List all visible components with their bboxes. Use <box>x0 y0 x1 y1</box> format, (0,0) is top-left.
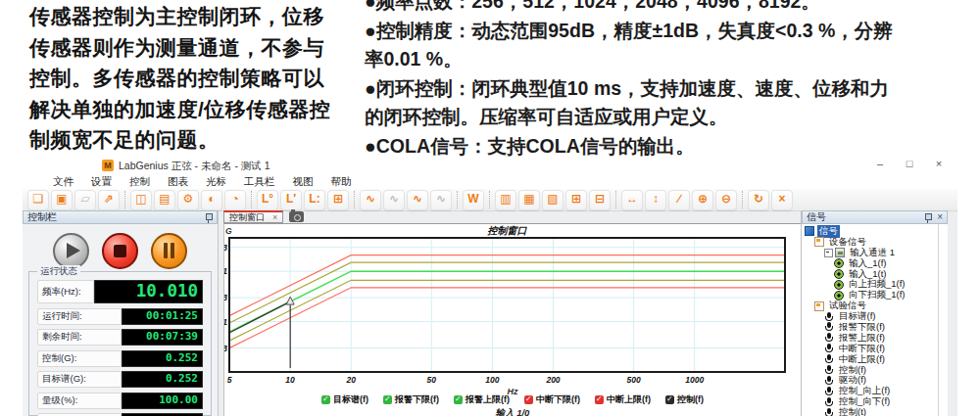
legend-item[interactable]: 报警上限(f) <box>454 393 510 406</box>
restore-button[interactable]: □ <box>903 158 916 169</box>
open-icon[interactable]: ▱ <box>74 190 96 210</box>
export-icon[interactable]: ⇗ <box>98 190 120 210</box>
play-button[interactable] <box>53 233 89 269</box>
schedule-clock-icon[interactable]: ◔ <box>224 190 246 210</box>
level-prime-icon[interactable]: L′ <box>280 190 302 210</box>
legend-checkbox[interactable] <box>321 395 330 404</box>
legend-checkbox[interactable] <box>524 395 533 404</box>
mic-icon <box>824 322 834 332</box>
legend-item[interactable]: 报警下限(f) <box>383 393 439 406</box>
pin-icon[interactable] <box>204 212 213 223</box>
doc-paragraph: 传感器控制为主控制闭环，位移 传感器则作为测量通道，不参与 控制。多传感器的控制… <box>29 1 361 156</box>
legend-item[interactable]: 中断上限(f) <box>595 393 651 406</box>
status-label: 剩余时间: <box>37 329 122 346</box>
toolbar-separator <box>124 191 125 208</box>
legend-checkbox[interactable] <box>454 395 463 404</box>
mic-icon <box>824 354 834 364</box>
zoom-out-icon[interactable]: ⊖ <box>715 190 737 210</box>
level-colon-icon[interactable]: L: <box>304 190 325 210</box>
menu-item[interactable]: 帮助 <box>322 175 361 189</box>
minimize-button[interactable]: – <box>873 158 887 169</box>
svg-text:500: 500 <box>627 375 641 385</box>
menu-item[interactable]: 设置 <box>82 175 121 189</box>
close-button[interactable]: × <box>932 158 946 169</box>
app-logo-icon: M <box>102 160 114 171</box>
zoom-in-icon[interactable]: ⊕ <box>692 190 713 210</box>
svg-text:50: 50 <box>427 375 437 385</box>
status-row: 目标谱(G):0.252 <box>37 371 203 388</box>
menu-item[interactable]: 光标 <box>197 175 235 189</box>
status-row: 量级(%):100.00 <box>37 393 203 409</box>
menu-item[interactable]: 视图 <box>284 175 322 189</box>
legend-label: 中断上限(f) <box>607 393 651 406</box>
input-icon <box>834 280 844 290</box>
legend-checkbox[interactable] <box>665 395 674 404</box>
tree-item[interactable]: 中断上限(f) <box>802 354 938 365</box>
pause-button[interactable] <box>151 233 187 269</box>
menu-item[interactable]: 控制 <box>121 175 159 189</box>
signal-wave-4-icon[interactable]: ∿ <box>430 190 452 210</box>
doc-bullet-list: ●频率点数：256，512，1024，2048，4096，8192。●控制精度：… <box>365 0 977 157</box>
doc-bullet: ●COLA信号：支持COLA信号的输出。 <box>365 132 977 158</box>
tree-item[interactable]: 信号 <box>802 226 938 237</box>
tree-expander-icon[interactable] <box>824 249 833 257</box>
signal-wave-3-icon[interactable]: ∿ <box>407 190 428 210</box>
mic-icon <box>824 333 834 343</box>
svg-text:1000: 1000 <box>685 375 704 385</box>
panel-close-icon[interactable]: × <box>937 212 943 222</box>
save-icon[interactable]: ▣ <box>51 190 73 210</box>
toolbar-separator <box>457 191 458 208</box>
status-label: 运行时间: <box>37 308 122 325</box>
run-status-group: 运行状态 频率(Hz): 10.010 运行时间:00:01:25剩余时间:00… <box>28 271 212 416</box>
control-panel-title: 控制栏 <box>27 210 57 224</box>
level-degree-icon[interactable]: L° <box>257 190 278 210</box>
tree-item[interactable]: 控制_向下(f) <box>802 396 938 407</box>
histogram-1-icon[interactable]: ▥ <box>495 190 516 210</box>
new-file-icon[interactable]: ❏ <box>27 190 49 210</box>
mic-icon <box>824 376 834 386</box>
histogram-2-icon[interactable]: ▦ <box>518 190 540 210</box>
svg-text:10: 10 <box>285 375 295 385</box>
display-mode-icon[interactable]: ◐ <box>201 190 222 210</box>
device-icon[interactable]: ◫ <box>130 190 152 210</box>
legend-item[interactable]: 目标谱(f) <box>321 393 368 406</box>
stop-button[interactable] <box>102 233 138 269</box>
histogram-3-icon[interactable]: ▧ <box>542 190 564 210</box>
reset-view-icon[interactable]: × <box>771 190 793 210</box>
layout-grid-2-icon[interactable]: ⊟ <box>589 190 611 210</box>
group-icon <box>814 301 824 311</box>
fit-horizontal-icon[interactable]: ↔ <box>621 190 643 210</box>
menu-item[interactable]: 图表 <box>159 175 197 189</box>
legend-item[interactable]: 中断下限(f) <box>524 393 580 406</box>
legend-checkbox[interactable] <box>595 395 604 404</box>
layout-grid-1-icon[interactable]: ⊞ <box>565 190 587 210</box>
signal-wave-2-icon[interactable]: ∿ <box>383 190 405 210</box>
signal-wave-1-icon[interactable]: ∿ <box>360 190 381 210</box>
window-layout-icon[interactable]: ⊞ <box>327 190 349 210</box>
tree-item[interactable]: 向下扫频_1(f) <box>802 290 938 300</box>
snapshot-camera-icon[interactable] <box>289 211 304 222</box>
legend-label: 中断下限(f) <box>536 393 580 406</box>
fit-vertical-icon[interactable]: ↕ <box>645 190 666 210</box>
fit-diagonal-icon[interactable]: ∕ <box>668 190 690 210</box>
status-label: 目标谱(G): <box>37 371 122 388</box>
tree-item[interactable]: 控制(f) <box>802 365 938 376</box>
tree-item[interactable]: 控制(t) <box>802 407 938 416</box>
legend-checkbox[interactable] <box>383 395 392 404</box>
control-window-chart[interactable]: 51020501002005001000310.30.10.03控制窗口G <box>224 224 801 386</box>
status-rows: 运行时间:00:01:25剩余时间:00:07:39控制(G):0.252目标谱… <box>29 308 211 416</box>
root-icon <box>805 226 814 236</box>
word-report-icon[interactable]: W <box>463 190 484 210</box>
refresh-icon[interactable]: ↻ <box>748 190 769 210</box>
tab-label: 控制窗口 <box>229 211 265 224</box>
menu-item[interactable]: 文件 <box>44 175 82 189</box>
channel-icon <box>835 248 845 257</box>
tab-close-icon[interactable]: × <box>272 213 277 222</box>
report-panel-icon[interactable]: ▤ <box>154 190 175 210</box>
settings-icon[interactable]: ⚙ <box>177 190 199 210</box>
tab-control-window[interactable]: 控制窗口 × <box>223 210 283 223</box>
menu-item[interactable]: 工具栏 <box>235 175 284 189</box>
legend-item[interactable]: 控制(f) <box>665 393 704 406</box>
pin-icon[interactable] <box>923 212 932 223</box>
toolbar-separator <box>251 191 252 208</box>
